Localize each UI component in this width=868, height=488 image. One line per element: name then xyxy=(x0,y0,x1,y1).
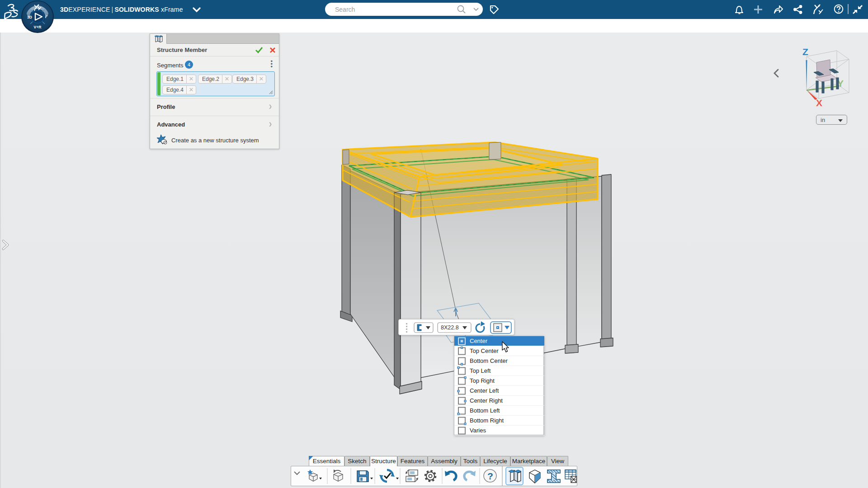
svg-text:?: ? xyxy=(487,471,493,481)
svg-text:V+R: V+R xyxy=(34,25,42,29)
svg-text:3D: 3D xyxy=(27,15,32,19)
svg-text:Z: Z xyxy=(802,47,808,57)
svg-text:8X22.8: 8X22.8 xyxy=(441,324,459,331)
svg-text:X: X xyxy=(816,98,822,108)
